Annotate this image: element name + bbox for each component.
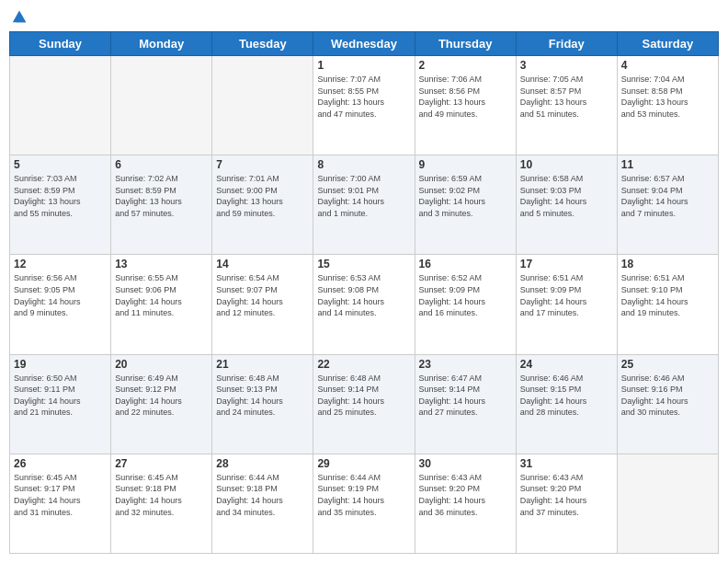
calendar-cell: 15Sunrise: 6:53 AM Sunset: 9:08 PM Dayli… bbox=[313, 255, 415, 354]
calendar-cell: 31Sunrise: 6:43 AM Sunset: 9:20 PM Dayli… bbox=[516, 454, 617, 553]
calendar-cell: 21Sunrise: 6:48 AM Sunset: 9:13 PM Dayli… bbox=[212, 354, 313, 454]
day-number: 15 bbox=[317, 258, 410, 270]
day-number: 29 bbox=[317, 457, 410, 470]
day-number: 20 bbox=[115, 358, 208, 371]
day-info: Sunrise: 6:43 AM Sunset: 9:20 PM Dayligh… bbox=[419, 472, 512, 518]
day-number: 22 bbox=[317, 358, 410, 371]
calendar-table: SundayMondayTuesdayWednesdayThursdayFrid… bbox=[9, 31, 719, 554]
logo bbox=[9, 9, 28, 24]
day-number: 21 bbox=[216, 358, 309, 371]
day-info: Sunrise: 7:05 AM Sunset: 8:57 PM Dayligh… bbox=[520, 74, 613, 120]
day-number: 25 bbox=[621, 358, 714, 371]
day-info: Sunrise: 6:54 AM Sunset: 9:07 PM Dayligh… bbox=[216, 272, 309, 318]
calendar-cell: 16Sunrise: 6:52 AM Sunset: 9:09 PM Dayli… bbox=[415, 255, 516, 354]
day-info: Sunrise: 6:51 AM Sunset: 9:10 PM Dayligh… bbox=[621, 272, 714, 318]
day-info: Sunrise: 6:44 AM Sunset: 9:18 PM Dayligh… bbox=[216, 472, 309, 518]
day-info: Sunrise: 7:04 AM Sunset: 8:58 PM Dayligh… bbox=[621, 74, 714, 120]
day-info: Sunrise: 6:52 AM Sunset: 9:09 PM Dayligh… bbox=[419, 272, 512, 318]
calendar-cell: 17Sunrise: 6:51 AM Sunset: 9:09 PM Dayli… bbox=[516, 255, 617, 354]
day-number: 11 bbox=[621, 158, 714, 171]
calendar-cell: 26Sunrise: 6:45 AM Sunset: 9:17 PM Dayli… bbox=[10, 454, 111, 553]
day-info: Sunrise: 6:51 AM Sunset: 9:09 PM Dayligh… bbox=[520, 272, 613, 318]
day-number: 14 bbox=[216, 258, 309, 270]
day-number: 30 bbox=[419, 457, 512, 470]
calendar-cell: 20Sunrise: 6:49 AM Sunset: 9:12 PM Dayli… bbox=[111, 354, 212, 454]
day-number: 27 bbox=[115, 457, 208, 470]
calendar-cell: 3Sunrise: 7:05 AM Sunset: 8:57 PM Daylig… bbox=[516, 56, 617, 155]
day-number: 19 bbox=[14, 358, 107, 371]
calendar-cell: 13Sunrise: 6:55 AM Sunset: 9:06 PM Dayli… bbox=[111, 255, 212, 354]
day-number: 6 bbox=[115, 158, 208, 171]
day-info: Sunrise: 7:06 AM Sunset: 8:56 PM Dayligh… bbox=[419, 74, 512, 120]
day-info: Sunrise: 6:47 AM Sunset: 9:14 PM Dayligh… bbox=[419, 373, 512, 419]
calendar-cell: 8Sunrise: 7:00 AM Sunset: 9:01 PM Daylig… bbox=[313, 155, 415, 255]
calendar-cell: 11Sunrise: 6:57 AM Sunset: 9:04 PM Dayli… bbox=[617, 155, 718, 255]
day-info: Sunrise: 6:56 AM Sunset: 9:05 PM Dayligh… bbox=[14, 272, 107, 318]
calendar-cell bbox=[111, 56, 212, 155]
day-info: Sunrise: 6:48 AM Sunset: 9:13 PM Dayligh… bbox=[216, 373, 309, 419]
calendar-cell: 7Sunrise: 7:01 AM Sunset: 9:00 PM Daylig… bbox=[212, 155, 313, 255]
day-info: Sunrise: 6:44 AM Sunset: 9:19 PM Dayligh… bbox=[317, 472, 410, 518]
day-info: Sunrise: 6:48 AM Sunset: 9:14 PM Dayligh… bbox=[317, 373, 410, 419]
calendar-cell bbox=[617, 454, 718, 553]
calendar-cell: 28Sunrise: 6:44 AM Sunset: 9:18 PM Dayli… bbox=[212, 454, 313, 553]
calendar-cell: 30Sunrise: 6:43 AM Sunset: 9:20 PM Dayli… bbox=[415, 454, 516, 553]
day-number: 18 bbox=[621, 258, 714, 270]
day-number: 5 bbox=[14, 158, 107, 171]
calendar-cell: 24Sunrise: 6:46 AM Sunset: 9:15 PM Dayli… bbox=[516, 354, 617, 454]
calendar-cell: 29Sunrise: 6:44 AM Sunset: 9:19 PM Dayli… bbox=[313, 454, 415, 553]
day-info: Sunrise: 6:43 AM Sunset: 9:20 PM Dayligh… bbox=[520, 472, 613, 518]
day-info: Sunrise: 7:01 AM Sunset: 9:00 PM Dayligh… bbox=[216, 173, 309, 219]
day-number: 16 bbox=[419, 258, 512, 270]
day-info: Sunrise: 6:59 AM Sunset: 9:02 PM Dayligh… bbox=[419, 173, 512, 219]
day-info: Sunrise: 6:46 AM Sunset: 9:15 PM Dayligh… bbox=[520, 373, 613, 419]
day-number: 9 bbox=[419, 158, 512, 171]
day-info: Sunrise: 6:46 AM Sunset: 9:16 PM Dayligh… bbox=[621, 373, 714, 419]
calendar-cell: 2Sunrise: 7:06 AM Sunset: 8:56 PM Daylig… bbox=[415, 56, 516, 155]
weekday-header: Wednesday bbox=[313, 32, 415, 56]
day-info: Sunrise: 6:49 AM Sunset: 9:12 PM Dayligh… bbox=[115, 373, 208, 419]
day-number: 4 bbox=[621, 59, 714, 72]
day-info: Sunrise: 7:02 AM Sunset: 8:59 PM Dayligh… bbox=[115, 173, 208, 219]
day-number: 31 bbox=[520, 457, 613, 470]
calendar-cell: 18Sunrise: 6:51 AM Sunset: 9:10 PM Dayli… bbox=[617, 255, 718, 354]
header bbox=[9, 9, 719, 24]
day-number: 1 bbox=[317, 59, 410, 72]
calendar-cell: 27Sunrise: 6:45 AM Sunset: 9:18 PM Dayli… bbox=[111, 454, 212, 553]
day-number: 17 bbox=[520, 258, 613, 270]
logo-text bbox=[9, 9, 28, 24]
day-info: Sunrise: 7:00 AM Sunset: 9:01 PM Dayligh… bbox=[317, 173, 410, 219]
weekday-header: Tuesday bbox=[212, 32, 313, 56]
calendar-cell: 9Sunrise: 6:59 AM Sunset: 9:02 PM Daylig… bbox=[415, 155, 516, 255]
day-number: 24 bbox=[520, 358, 613, 371]
calendar-cell: 22Sunrise: 6:48 AM Sunset: 9:14 PM Dayli… bbox=[313, 354, 415, 454]
day-number: 12 bbox=[14, 258, 107, 270]
calendar-cell: 12Sunrise: 6:56 AM Sunset: 9:05 PM Dayli… bbox=[10, 255, 111, 354]
day-number: 8 bbox=[317, 158, 410, 171]
calendar-cell bbox=[10, 56, 111, 155]
calendar-cell: 19Sunrise: 6:50 AM Sunset: 9:11 PM Dayli… bbox=[10, 354, 111, 454]
day-info: Sunrise: 6:55 AM Sunset: 9:06 PM Dayligh… bbox=[115, 272, 208, 318]
day-number: 13 bbox=[115, 258, 208, 270]
page: SundayMondayTuesdayWednesdayThursdayFrid… bbox=[0, 0, 728, 563]
calendar-cell: 23Sunrise: 6:47 AM Sunset: 9:14 PM Dayli… bbox=[415, 354, 516, 454]
day-number: 3 bbox=[520, 59, 613, 72]
calendar-cell: 10Sunrise: 6:58 AM Sunset: 9:03 PM Dayli… bbox=[516, 155, 617, 255]
calendar-cell bbox=[212, 56, 313, 155]
day-info: Sunrise: 6:50 AM Sunset: 9:11 PM Dayligh… bbox=[14, 373, 107, 419]
day-info: Sunrise: 6:57 AM Sunset: 9:04 PM Dayligh… bbox=[621, 173, 714, 219]
weekday-header: Saturday bbox=[617, 32, 718, 56]
weekday-header: Thursday bbox=[415, 32, 516, 56]
day-number: 26 bbox=[14, 457, 107, 470]
weekday-header: Monday bbox=[111, 32, 212, 56]
day-number: 23 bbox=[419, 358, 512, 371]
day-info: Sunrise: 6:45 AM Sunset: 9:17 PM Dayligh… bbox=[14, 472, 107, 518]
calendar-cell: 4Sunrise: 7:04 AM Sunset: 8:58 PM Daylig… bbox=[617, 56, 718, 155]
day-number: 28 bbox=[216, 457, 309, 470]
day-number: 10 bbox=[520, 158, 613, 171]
logo-icon bbox=[11, 7, 28, 24]
day-info: Sunrise: 7:03 AM Sunset: 8:59 PM Dayligh… bbox=[14, 173, 107, 219]
calendar-cell: 5Sunrise: 7:03 AM Sunset: 8:59 PM Daylig… bbox=[10, 155, 111, 255]
calendar-cell: 1Sunrise: 7:07 AM Sunset: 8:55 PM Daylig… bbox=[313, 56, 415, 155]
calendar-cell: 14Sunrise: 6:54 AM Sunset: 9:07 PM Dayli… bbox=[212, 255, 313, 354]
